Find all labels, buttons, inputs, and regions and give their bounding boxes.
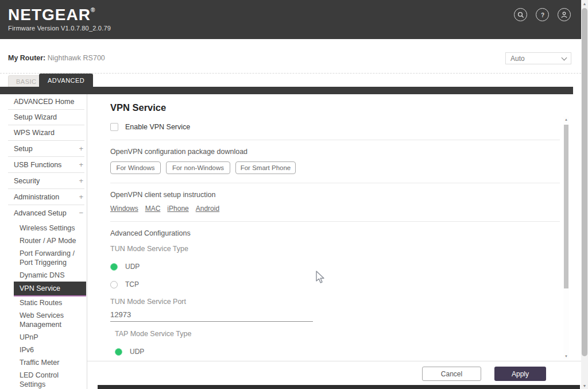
- scroll-up-icon[interactable]: ▲: [563, 117, 569, 122]
- expand-plus-icon: +: [79, 176, 83, 185]
- sidebar-item-vpn-service[interactable]: VPN Service: [14, 282, 86, 296]
- tun-udp-radio[interactable]: [110, 263, 118, 271]
- router-info-bar: My Router: Nighthawk RS700 Auto: [0, 39, 581, 74]
- divider: [110, 183, 560, 183]
- windows-link[interactable]: Windows: [110, 205, 138, 213]
- content-scrollbar[interactable]: ▲ ▼: [563, 117, 569, 359]
- tun-tcp-radio[interactable]: [110, 281, 118, 288]
- netgear-logo: NETGEAR® Firmware Version V1.0.7.80_2.0.…: [8, 6, 111, 32]
- app-header: NETGEAR® Firmware Version V1.0.7.80_2.0.…: [0, 0, 581, 39]
- for-windows-button[interactable]: For Windows: [110, 161, 161, 174]
- tap-mode-type-label: TAP Mode Service Type: [115, 330, 573, 338]
- expand-plus-icon: +: [79, 160, 83, 169]
- sidebar-item-traffic-meter[interactable]: Traffic Meter: [0, 356, 87, 369]
- sidebar-item-setup-wizard[interactable]: Setup Wizard: [8, 109, 84, 125]
- sidebar-item-ipv6[interactable]: IPv6: [0, 344, 87, 356]
- sidebar-item-security[interactable]: Security+: [8, 172, 84, 188]
- apply-button[interactable]: Apply: [494, 367, 546, 381]
- sidebar-item-setup[interactable]: Setup+: [8, 140, 84, 156]
- sidebar-item-port-forwarding[interactable]: Port Forwarding / Port Triggering: [0, 247, 87, 269]
- chevron-down-icon: [562, 55, 567, 61]
- sidebar-item-wps-wizard[interactable]: WPS Wizard: [8, 125, 84, 140]
- footer-strip: [98, 385, 580, 389]
- enable-vpn-checkbox[interactable]: [110, 123, 118, 131]
- vpn-service-panel: VPN Service Enable VPN Service OpenVPN c…: [87, 94, 573, 361]
- iphone-link[interactable]: iPhone: [167, 205, 188, 213]
- for-smart-phone-button[interactable]: For Smart Phone: [235, 161, 296, 174]
- for-non-windows-button[interactable]: For non-Windows: [166, 161, 230, 174]
- my-router-label: My Router:: [8, 54, 45, 62]
- sidebar-item-wireless-settings[interactable]: Wireless Settings: [0, 222, 87, 234]
- package-download-label: OpenVPN configuration package download: [110, 148, 573, 156]
- svg-text:?: ?: [540, 11, 544, 18]
- sidebar-item-upnp[interactable]: UPnP: [0, 331, 87, 344]
- sidebar-item-advanced-home[interactable]: ADVANCED Home: [8, 94, 84, 109]
- tun-tcp-label: TCP: [125, 280, 139, 288]
- expand-plus-icon: +: [79, 192, 83, 201]
- cancel-button[interactable]: Cancel: [422, 367, 481, 381]
- scroll-down-icon[interactable]: ▼: [581, 382, 588, 389]
- language-selected-value: Auto: [510, 55, 525, 63]
- sidebar-item-administration[interactable]: Administration+: [8, 188, 84, 205]
- tap-udp-label: UDP: [130, 348, 144, 356]
- divider: [110, 221, 560, 222]
- sidebar-item-led-control-settings[interactable]: LED Control Settings: [0, 369, 87, 389]
- language-select[interactable]: Auto: [505, 52, 571, 64]
- sidebar-item-router-ap-mode[interactable]: Router / AP Mode: [0, 234, 87, 247]
- page-title: VPN Service: [110, 102, 573, 113]
- advanced-setup-sublist: Wireless Settings Router / AP Mode Port …: [0, 222, 87, 389]
- collapse-minus-icon: −: [79, 209, 83, 217]
- netgear-router-admin-page: NETGEAR® Firmware Version V1.0.7.80_2.0.…: [0, 0, 588, 389]
- scroll-down-icon[interactable]: ▼: [563, 353, 569, 359]
- tab-underline-bar: [0, 87, 573, 94]
- tun-udp-label: UDP: [125, 263, 140, 271]
- sidebar-nav: ADVANCED Home Setup Wizard WPS Wizard Se…: [0, 94, 87, 389]
- tun-mode-port-input[interactable]: [110, 309, 313, 322]
- search-icon[interactable]: [514, 8, 527, 21]
- advanced-configurations-label: Advanced Configurations: [110, 229, 573, 237]
- enable-vpn-label: Enable VPN Service: [125, 123, 190, 131]
- divider: [110, 140, 560, 140]
- mac-link[interactable]: MAC: [145, 205, 161, 213]
- tap-udp-radio[interactable]: [115, 348, 122, 356]
- sidebar-item-static-routes[interactable]: Static Routes: [0, 296, 87, 309]
- content-scrollbar-thumb[interactable]: [564, 125, 568, 288]
- scroll-up-icon[interactable]: ▲: [581, 0, 588, 7]
- tab-advanced[interactable]: ADVANCED: [39, 74, 93, 87]
- sidebar-item-advanced-setup[interactable]: Advanced Setup−: [8, 205, 84, 221]
- sidebar-item-dynamic-dns[interactable]: Dynamic DNS: [0, 269, 87, 282]
- user-icon[interactable]: [558, 8, 571, 21]
- help-icon[interactable]: ?: [536, 8, 549, 21]
- registered-mark: ®: [91, 7, 95, 13]
- firmware-version: Firmware Version V1.0.7.80_2.0.79: [8, 25, 111, 32]
- logo-text: NETGEAR: [8, 6, 91, 24]
- sidebar-item-usb-functions[interactable]: USB Functions+: [8, 156, 84, 172]
- action-bar: Cancel Apply: [87, 361, 581, 385]
- android-link[interactable]: Android: [196, 205, 219, 213]
- expand-plus-icon: +: [79, 144, 83, 153]
- browser-scrollbar-thumb[interactable]: [582, 8, 587, 356]
- client-setup-instruction-label: OpenVPN client setup instruction: [110, 191, 573, 199]
- browser-scrollbar[interactable]: ▲ ▼: [581, 0, 588, 389]
- tun-mode-type-label: TUN Mode Service Type: [110, 245, 573, 253]
- tun-mode-port-label: TUN Mode Service Port: [110, 298, 573, 306]
- sidebar-item-web-services-management[interactable]: Web Services Management: [0, 309, 87, 331]
- router-model: Nighthawk RS700: [45, 54, 105, 62]
